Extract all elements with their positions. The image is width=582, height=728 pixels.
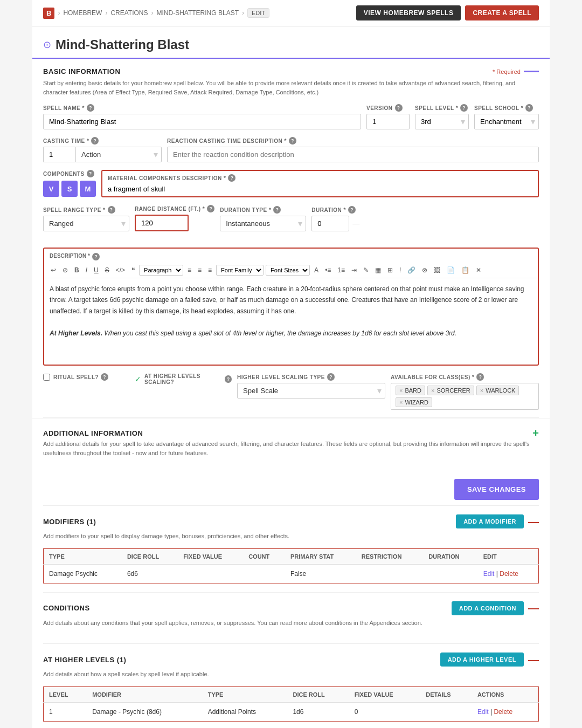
toolbar-redo[interactable]: ⊘: [60, 265, 70, 276]
material-help-icon[interactable]: ?: [228, 174, 235, 182]
table-row: Damage Psychic 6d6 False Edit | Delete: [44, 564, 539, 583]
toolbar-link[interactable]: 🔗: [405, 265, 418, 276]
component-s-button[interactable]: S: [61, 181, 78, 197]
breadcrumb-spell[interactable]: MIND-SHATTERING BLAST: [157, 9, 239, 17]
casting-time-num-input[interactable]: [43, 147, 75, 162]
scaling-type-help-icon[interactable]: ?: [327, 373, 335, 381]
reaction-input[interactable]: [167, 147, 539, 162]
description-help-icon[interactable]: ?: [92, 253, 100, 260]
spell-level-input[interactable]: [415, 114, 458, 129]
material-input[interactable]: [108, 185, 532, 193]
version-help-icon[interactable]: ?: [395, 104, 403, 112]
toolbar-bullet-list[interactable]: •≡: [323, 265, 333, 276]
spell-school-help-icon[interactable]: ?: [525, 104, 533, 112]
ritual-help-icon[interactable]: ?: [101, 373, 108, 381]
ritual-checkbox[interactable]: [43, 374, 50, 381]
range-dist-input[interactable]: [135, 215, 189, 231]
modifier-delete-link[interactable]: Delete: [500, 570, 518, 578]
classes-group: AVAILABLE FOR CLASS(ES) * ? × BARD × SOR…: [391, 373, 539, 410]
additional-expand-icon[interactable]: +: [532, 427, 539, 439]
toolbar-italic[interactable]: I: [84, 265, 89, 276]
breadcrumb-creations[interactable]: CREATIONS: [110, 9, 148, 17]
create-spell-button[interactable]: CREATE A SPELL: [465, 5, 539, 20]
duration-type-dropdown-icon[interactable]: ▾: [295, 218, 306, 229]
toolbar-pen[interactable]: ✎: [361, 265, 371, 276]
duration-type-help-icon[interactable]: ?: [273, 206, 281, 214]
toolbar-clear[interactable]: ✕: [474, 265, 483, 276]
nav-buttons: VIEW HOMEBREW SPELLS CREATE A SPELL: [356, 5, 539, 20]
add-modifier-button[interactable]: ADD A MODIFIER: [456, 514, 524, 528]
toolbar-font-color[interactable]: A: [312, 265, 321, 276]
range-dist-help-icon[interactable]: ?: [207, 205, 214, 212]
toolbar-bold[interactable]: B: [72, 265, 81, 276]
spell-school-input[interactable]: [475, 114, 528, 129]
toolbar-unlink[interactable]: ⊗: [420, 265, 429, 276]
duration-input[interactable]: [311, 216, 349, 231]
toolbar-undo[interactable]: ↩: [48, 265, 58, 276]
collapse-higher-levels-icon[interactable]: —: [528, 654, 539, 666]
toolbar-font-size-select[interactable]: Font Sizes: [266, 265, 310, 276]
scaling-row: RITUAL SPELL? ? ✓ AT HIGHER LEVELS SCALI…: [32, 373, 550, 417]
toolbar-special[interactable]: !: [397, 265, 403, 276]
toolbar-strikethrough[interactable]: S: [103, 265, 112, 276]
toolbar-table[interactable]: ▦: [373, 265, 383, 276]
add-condition-button[interactable]: ADD A CONDITION: [452, 601, 524, 615]
collapse-conditions-icon[interactable]: —: [528, 602, 539, 614]
modifier-edit-link[interactable]: Edit: [483, 570, 495, 578]
higher-scaling-checkbox-group: ✓ AT HIGHER LEVELS SCALING? ?: [135, 373, 232, 385]
additional-header: ADDITIONAL INFORMATION +: [43, 427, 539, 439]
toolbar-paragraph-select[interactable]: Paragraph: [139, 265, 183, 276]
collapse-modifiers-icon[interactable]: —: [528, 516, 539, 528]
description-content[interactable]: A blast of psychic force erupts from a p…: [44, 278, 538, 365]
reaction-help-icon[interactable]: ?: [289, 137, 296, 145]
spell-level-help-icon[interactable]: ?: [460, 104, 468, 112]
breadcrumb-homebrew[interactable]: HOMEBREW: [63, 9, 102, 17]
add-higher-level-button[interactable]: ADD A HIGHER LEVEL: [440, 653, 524, 667]
modifiers-desc: Add modifiers to your spell to display d…: [43, 532, 539, 541]
required-label: * Required: [493, 68, 539, 75]
range-type-help-icon[interactable]: ?: [108, 206, 115, 214]
toolbar-font-family-select[interactable]: Font Family: [216, 265, 264, 276]
remove-wizard-button[interactable]: ×: [399, 399, 403, 406]
col-restriction: RESTRICTION: [356, 548, 423, 564]
breadcrumb: B › HOMEBREW › CREATIONS › MIND-SHATTERI…: [43, 8, 269, 19]
conditions-section: CONDITIONS ADD A CONDITION — Add details…: [32, 593, 550, 644]
duration-help-icon[interactable]: ?: [348, 206, 356, 214]
hl-col-dice-roll: DICE ROLL: [287, 686, 349, 702]
col-primary-stat: PRIMARY STAT: [285, 548, 356, 564]
save-changes-button[interactable]: SAVE CHANGES: [454, 479, 539, 500]
toolbar-underline[interactable]: U: [92, 265, 101, 276]
casting-type-dropdown-icon[interactable]: ▾: [150, 149, 161, 160]
hl-edit-link[interactable]: Edit: [477, 708, 489, 716]
spell-name-help-icon[interactable]: ?: [87, 104, 94, 112]
toolbar-code[interactable]: </>: [114, 265, 127, 276]
remove-bard-button[interactable]: ×: [399, 387, 403, 394]
toolbar-align-right[interactable]: ≡: [206, 265, 214, 276]
toolbar-quote[interactable]: ❝: [129, 265, 137, 276]
view-homebrew-spells-button[interactable]: VIEW HOMEBREW SPELLS: [356, 5, 461, 20]
class-tag-warlock: × WARLOCK: [476, 386, 519, 395]
casting-time-help-icon[interactable]: ?: [91, 137, 99, 145]
toolbar-copy[interactable]: 📄: [445, 265, 457, 276]
components-help-icon[interactable]: ?: [87, 170, 94, 177]
toolbar-paste[interactable]: 📋: [459, 265, 472, 276]
higher-scaling-help-icon[interactable]: ?: [225, 375, 232, 383]
scaling-type-dropdown-icon[interactable]: ▾: [374, 386, 385, 396]
remove-warlock-button[interactable]: ×: [480, 387, 483, 394]
toolbar-align-center[interactable]: ≡: [196, 265, 204, 276]
hl-delete-link[interactable]: Delete: [494, 708, 512, 716]
col-edit: EDIT: [478, 548, 539, 564]
remove-sorcerer-button[interactable]: ×: [431, 387, 434, 394]
component-v-button[interactable]: V: [43, 181, 59, 197]
version-input[interactable]: [366, 114, 410, 129]
toolbar-align-left[interactable]: ≡: [185, 265, 193, 276]
toolbar-numbered-list[interactable]: 1≡: [335, 265, 347, 276]
classes-help-icon[interactable]: ?: [476, 373, 484, 381]
spell-name-input[interactable]: [43, 114, 361, 129]
modifier-restriction: [356, 564, 423, 583]
toolbar-image[interactable]: 🖼: [432, 265, 442, 276]
toolbar-indent[interactable]: ⇥: [349, 265, 359, 276]
range-type-dropdown-icon[interactable]: ▾: [118, 218, 129, 229]
toolbar-grid[interactable]: ⊞: [385, 265, 395, 276]
component-m-button[interactable]: M: [80, 181, 96, 197]
